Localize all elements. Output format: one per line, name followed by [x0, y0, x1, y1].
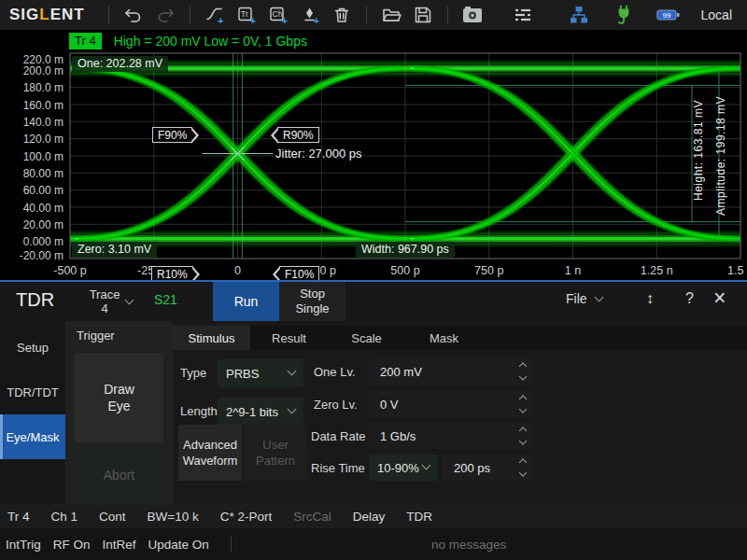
panel-body: Setup TDR/TDT Eye/Mask Trigger Draw Eye … — [0, 321, 747, 504]
chevron-down-icon — [288, 367, 297, 376]
sidebar-item-setup[interactable]: Setup — [0, 325, 65, 370]
status-delay[interactable]: Delay — [353, 510, 386, 524]
svg-text:Tr: Tr — [241, 9, 248, 19]
siglent-logo: SIGLENT — [9, 6, 85, 24]
add-marker-icon[interactable]: + — [298, 3, 322, 27]
panel-sidebar: Setup TDR/TDT Eye/Mask — [0, 321, 65, 504]
toolbar-separator — [366, 6, 367, 24]
advanced-waveform-button[interactable]: Advanced Waveform — [178, 425, 242, 481]
spinner-arrows-icon[interactable] — [520, 460, 526, 476]
s-parameter-label: S21 — [154, 292, 177, 307]
chevron-down-icon — [422, 461, 431, 470]
y-tick-label: 0.000 m — [0, 235, 63, 248]
spinner-arrows-icon[interactable] — [520, 397, 526, 413]
svg-text:+: + — [218, 15, 223, 26]
data-rate-input[interactable]: 1 Gb/s — [369, 423, 532, 449]
run-button[interactable]: Run — [213, 282, 279, 321]
spinner-arrows-icon[interactable] — [520, 428, 526, 444]
msg-inttrig: IntTrig — [6, 538, 41, 552]
svg-text:99: 99 — [662, 11, 670, 20]
redo-icon[interactable] — [153, 3, 177, 27]
status-channel[interactable]: Ch 1 — [51, 510, 78, 524]
network-icon[interactable] — [567, 3, 591, 27]
x-tick-label: 500 p — [381, 264, 430, 277]
undo-icon[interactable] — [121, 3, 146, 27]
length-dropdown[interactable]: 2^9-1 bits — [218, 398, 303, 426]
length-label: Length — [180, 398, 218, 426]
x-tick-label: -500 p — [46, 264, 94, 277]
screenshot-camera-icon[interactable] — [460, 3, 485, 27]
tdr-panel: TDR Trace4 S21 Run Stop Single File ↕ ? … — [0, 280, 747, 504]
draw-eye-button[interactable]: Draw Eye — [75, 353, 163, 442]
open-file-icon[interactable] — [379, 3, 403, 27]
y-tick-label: 20.00 m — [0, 218, 63, 231]
close-panel-button[interactable]: × — [713, 286, 726, 311]
zero-level-form-label: Zero Lv. — [314, 391, 358, 419]
y-tick-label: 180.0 m — [0, 81, 63, 94]
user-pattern-button[interactable]: User Pattern — [244, 425, 307, 481]
local-mode-label[interactable]: Local — [701, 7, 732, 22]
y-tick-label: 160.0 m — [0, 99, 63, 112]
add-measurement-icon[interactable]: + — [203, 3, 227, 27]
svg-text:+: + — [249, 15, 255, 26]
data-rate-label: Data Rate — [311, 423, 366, 451]
trace-selector-dropdown[interactable]: Trace4 — [75, 284, 148, 319]
menu-icon[interactable] — [511, 3, 535, 27]
one-level-form-label: One Lv. — [314, 358, 356, 386]
one-level-input[interactable]: 200 mV — [369, 358, 532, 385]
message-bar-separator — [231, 536, 232, 553]
tab-stimulus[interactable]: Stimulus — [173, 326, 250, 350]
trace-badge[interactable]: Tr 4 — [69, 33, 102, 49]
save-icon[interactable] — [411, 3, 435, 27]
rise-time-range-dropdown[interactable]: 10-90% — [369, 455, 438, 481]
status-bandwidth[interactable]: BW=10 k — [148, 510, 199, 524]
file-menu[interactable]: File — [566, 291, 602, 306]
rise-time-input[interactable]: 200 ps — [443, 455, 532, 481]
sidebar-item-tdr-tdt[interactable]: TDR/TDT — [0, 370, 65, 414]
sidebar-item-eye-mask[interactable]: Eye/Mask — [0, 414, 65, 459]
eye-width-label: Width: 967.90 ps — [356, 242, 455, 258]
tab-mask[interactable]: Mask — [405, 326, 483, 350]
panel-header: TDR Trace4 S21 Run Stop Single File ↕ ? … — [0, 282, 747, 321]
toolbar-separator — [108, 6, 109, 24]
zero-level-label: Zero: 3.10 mV — [72, 242, 157, 258]
y-tick-label: 100.0 m — [0, 150, 63, 163]
one-level-label: One: 202.28 mV — [72, 56, 168, 72]
tab-result[interactable]: Result — [250, 326, 328, 350]
delete-trash-icon[interactable] — [330, 3, 354, 27]
status-srccal[interactable]: SrcCal — [293, 510, 331, 524]
eye-height-label: Height: 163.81 mV — [691, 80, 705, 220]
trace-info-text: High = 200 mV Low = 0V, 1 Gbps — [114, 34, 307, 49]
msg-update-on: Update On — [148, 538, 209, 552]
add-channel-icon[interactable]: Ch+ — [266, 3, 290, 27]
power-plug-icon[interactable] — [612, 3, 636, 27]
type-dropdown[interactable]: PRBS — [218, 359, 303, 387]
toolbar-separator — [190, 6, 190, 24]
status-cont[interactable]: Cont — [99, 510, 126, 524]
eye-amplitude-label: Amplitude: 199.18 mV — [713, 77, 727, 234]
add-trace-icon[interactable]: Tr+ — [234, 3, 259, 27]
panel-resize-button[interactable]: ↕ — [646, 290, 654, 307]
status-cal[interactable]: C* 2-Port — [220, 510, 273, 524]
y-tick-label: 80.00 m — [0, 167, 63, 180]
status-tdr[interactable]: TDR — [406, 510, 432, 524]
abort-button[interactable]: Abort — [75, 450, 163, 500]
y-tick-label: 120.0 m — [0, 133, 63, 146]
zero-level-input[interactable]: 0 V — [369, 391, 532, 417]
chevron-down-icon — [125, 295, 134, 304]
spinner-arrows-icon[interactable] — [520, 364, 526, 380]
tab-bar: Stimulus Result Scale Mask — [173, 326, 747, 350]
help-button[interactable]: ? — [685, 290, 694, 307]
panel-title: TDR — [16, 289, 54, 311]
rise-90-flag: R90% — [277, 127, 319, 143]
jitter-label: Jitter: 27.000 ps — [275, 147, 362, 161]
battery-icon[interactable]: 99 — [656, 3, 681, 27]
trace-selector-label: Trace — [90, 287, 120, 301]
status-trace[interactable]: Tr 4 — [7, 510, 30, 524]
y-tick-label: 200.0 m — [0, 64, 63, 77]
tab-scale[interactable]: Scale — [328, 326, 405, 350]
stop-single-button[interactable]: Stop Single — [279, 282, 345, 321]
x-tick-label: 750 p — [465, 264, 514, 277]
y-tick-label: 60.00 m — [0, 184, 63, 197]
instrument-screen: SIGLENT + Tr+ Ch+ + — [0, 0, 747, 560]
